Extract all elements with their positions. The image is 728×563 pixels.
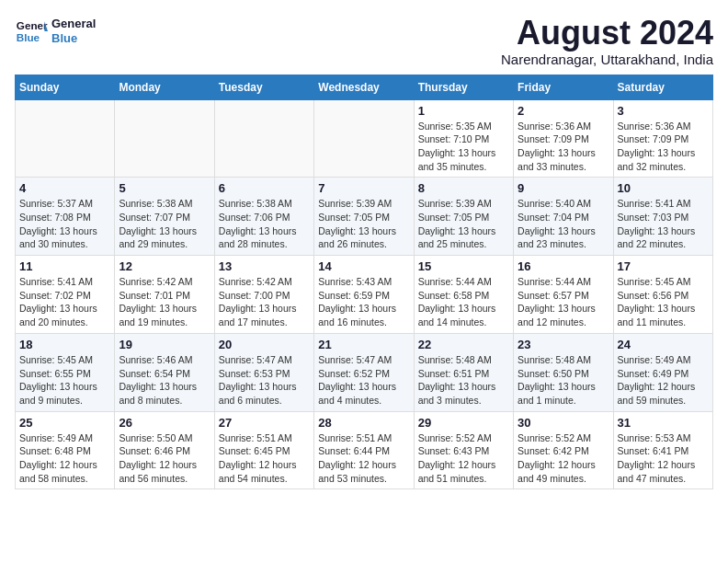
cell-text: Daylight: 12 hours and 59 minutes. <box>618 380 709 407</box>
cell-text: Sunset: 6:51 PM <box>418 367 509 381</box>
cell-text: Sunrise: 5:41 AM <box>618 197 709 211</box>
day-number: 5 <box>119 181 210 195</box>
calendar-cell: 2Sunrise: 5:36 AMSunset: 7:09 PMDaylight… <box>514 99 613 178</box>
cell-text: Sunset: 7:03 PM <box>618 211 709 224</box>
cell-text: Sunset: 7:06 PM <box>219 211 310 224</box>
calendar-cell: 1Sunrise: 5:35 AMSunset: 7:10 PMDaylight… <box>414 99 513 178</box>
cell-text: Sunset: 7:09 PM <box>618 132 709 146</box>
cell-text: Sunrise: 5:36 AM <box>618 120 709 133</box>
cell-text: Sunrise: 5:51 AM <box>219 431 310 445</box>
calendar-cell: 12Sunrise: 5:42 AMSunset: 7:01 PMDayligh… <box>115 256 214 334</box>
cell-text: Sunset: 6:55 PM <box>19 367 110 381</box>
logo-text-general: General <box>51 17 96 31</box>
day-number: 12 <box>119 259 210 273</box>
day-number: 25 <box>19 416 110 430</box>
header-wednesday: Wednesday <box>314 75 414 99</box>
cell-text: Sunrise: 5:46 AM <box>119 353 210 367</box>
cell-text: Daylight: 13 hours and 8 minutes. <box>119 380 210 407</box>
calendar-cell <box>115 99 214 178</box>
cell-text: Sunset: 6:54 PM <box>119 367 210 381</box>
calendar-cell: 31Sunrise: 5:53 AMSunset: 6:41 PMDayligh… <box>613 411 712 489</box>
calendar-cell: 6Sunrise: 5:38 AMSunset: 7:06 PMDaylight… <box>214 178 313 256</box>
page-header: General Blue General Blue August 2024 Na… <box>15 15 713 67</box>
title-block: August 2024 Narendranagar, Uttarakhand, … <box>501 15 713 67</box>
cell-text: Sunset: 7:04 PM <box>518 211 609 224</box>
cell-text: Daylight: 13 hours and 19 minutes. <box>119 302 210 328</box>
calendar-cell: 15Sunrise: 5:44 AMSunset: 6:58 PMDayligh… <box>414 256 513 334</box>
cell-text: Sunrise: 5:48 AM <box>418 353 509 367</box>
calendar-cell: 7Sunrise: 5:39 AMSunset: 7:05 PMDaylight… <box>314 178 414 256</box>
cell-text: Sunrise: 5:45 AM <box>19 353 110 367</box>
cell-text: Daylight: 13 hours and 29 minutes. <box>119 224 210 251</box>
calendar-cell <box>214 99 313 178</box>
calendar-cell: 18Sunrise: 5:45 AMSunset: 6:55 PMDayligh… <box>16 333 115 411</box>
cell-text: Daylight: 13 hours and 3 minutes. <box>418 380 509 407</box>
header-sunday: Sunday <box>16 75 115 99</box>
day-number: 28 <box>318 416 409 430</box>
logo-text-blue: Blue <box>51 31 96 46</box>
cell-text: Sunset: 6:56 PM <box>618 289 709 303</box>
svg-text:Blue: Blue <box>17 31 40 43</box>
cell-text: Sunset: 7:07 PM <box>119 211 210 224</box>
cell-text: Sunrise: 5:44 AM <box>418 275 509 289</box>
calendar-table: SundayMondayTuesdayWednesdayThursdayFrid… <box>15 75 713 490</box>
calendar-cell: 17Sunrise: 5:45 AMSunset: 6:56 PMDayligh… <box>613 256 712 334</box>
cell-text: Daylight: 12 hours and 53 minutes. <box>318 458 409 485</box>
cell-text: Sunset: 7:05 PM <box>318 211 409 224</box>
calendar-header-row: SundayMondayTuesdayWednesdayThursdayFrid… <box>16 75 713 99</box>
cell-text: Daylight: 13 hours and 16 minutes. <box>318 302 409 328</box>
calendar-cell: 14Sunrise: 5:43 AMSunset: 6:59 PMDayligh… <box>314 256 414 334</box>
cell-text: Sunrise: 5:38 AM <box>119 197 210 211</box>
svg-text:General: General <box>17 19 48 31</box>
day-number: 30 <box>518 416 609 430</box>
cell-text: Sunrise: 5:38 AM <box>219 197 310 211</box>
cell-text: Daylight: 13 hours and 22 minutes. <box>618 224 709 251</box>
cell-text: Sunrise: 5:49 AM <box>618 353 709 367</box>
cell-text: Sunrise: 5:42 AM <box>219 275 310 289</box>
cell-text: Sunset: 6:59 PM <box>318 289 409 303</box>
calendar-week-row: 1Sunrise: 5:35 AMSunset: 7:10 PMDaylight… <box>16 99 713 178</box>
cell-text: Sunset: 6:44 PM <box>318 444 409 458</box>
cell-text: Daylight: 12 hours and 47 minutes. <box>618 458 709 485</box>
cell-text: Daylight: 13 hours and 17 minutes. <box>219 302 310 328</box>
cell-text: Daylight: 12 hours and 54 minutes. <box>219 458 310 485</box>
cell-text: Sunrise: 5:52 AM <box>518 431 609 445</box>
cell-text: Daylight: 13 hours and 4 minutes. <box>318 380 409 407</box>
header-monday: Monday <box>115 75 214 99</box>
calendar-cell: 9Sunrise: 5:40 AMSunset: 7:04 PMDaylight… <box>514 178 613 256</box>
calendar-cell: 4Sunrise: 5:37 AMSunset: 7:08 PMDaylight… <box>16 178 115 256</box>
day-number: 8 <box>418 181 509 195</box>
cell-text: Sunrise: 5:37 AM <box>19 197 110 211</box>
cell-text: Sunrise: 5:51 AM <box>318 431 409 445</box>
calendar-cell: 25Sunrise: 5:49 AMSunset: 6:48 PMDayligh… <box>16 411 115 489</box>
cell-text: Daylight: 13 hours and 32 minutes. <box>618 146 709 173</box>
calendar-week-row: 18Sunrise: 5:45 AMSunset: 6:55 PMDayligh… <box>16 333 713 411</box>
cell-text: Sunrise: 5:39 AM <box>418 197 509 211</box>
cell-text: Daylight: 13 hours and 28 minutes. <box>219 224 310 251</box>
calendar-cell: 26Sunrise: 5:50 AMSunset: 6:46 PMDayligh… <box>115 411 214 489</box>
cell-text: Sunrise: 5:47 AM <box>318 353 409 367</box>
day-number: 11 <box>19 259 110 273</box>
cell-text: Daylight: 12 hours and 51 minutes. <box>418 458 509 485</box>
header-friday: Friday <box>514 75 613 99</box>
day-number: 10 <box>618 181 709 195</box>
cell-text: Sunrise: 5:36 AM <box>518 120 609 133</box>
calendar-cell: 11Sunrise: 5:41 AMSunset: 7:02 PMDayligh… <box>16 256 115 334</box>
cell-text: Sunrise: 5:35 AM <box>418 120 509 133</box>
day-number: 19 <box>119 338 210 351</box>
cell-text: Sunrise: 5:39 AM <box>318 197 409 211</box>
month-title: August 2024 <box>501 15 713 52</box>
cell-text: Sunrise: 5:42 AM <box>119 275 210 289</box>
header-saturday: Saturday <box>613 75 712 99</box>
day-number: 24 <box>618 338 709 351</box>
day-number: 1 <box>418 104 509 118</box>
cell-text: Sunset: 6:41 PM <box>618 444 709 458</box>
cell-text: Sunrise: 5:52 AM <box>418 431 509 445</box>
day-number: 17 <box>618 259 709 273</box>
day-number: 15 <box>418 259 509 273</box>
header-tuesday: Tuesday <box>214 75 313 99</box>
calendar-cell <box>314 99 414 178</box>
cell-text: Sunset: 7:05 PM <box>418 211 509 224</box>
cell-text: Sunset: 6:50 PM <box>518 367 609 381</box>
cell-text: Daylight: 13 hours and 25 minutes. <box>418 224 509 251</box>
